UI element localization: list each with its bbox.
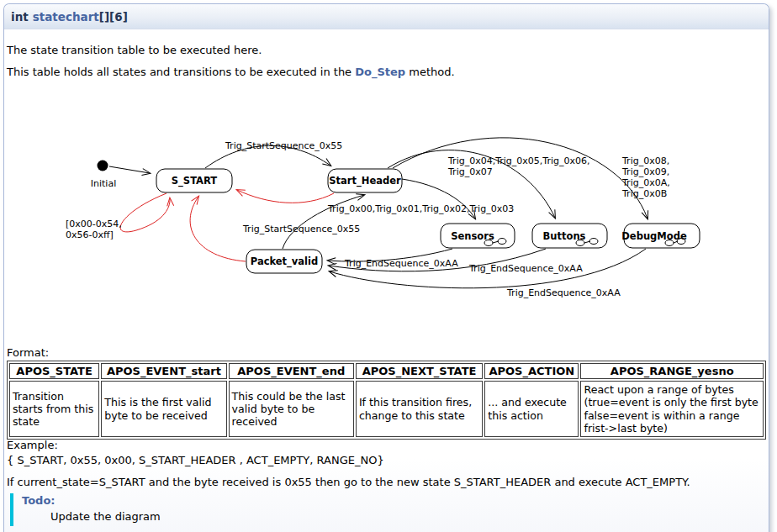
todo-title[interactable]: Todo: xyxy=(22,494,599,507)
state-debugmode: DebugMode xyxy=(621,224,700,248)
edge-label-end-sensors: Trig_EndSequence_0xAA xyxy=(344,258,458,269)
table-header-cell: APOS_EVENT_start xyxy=(101,363,226,379)
state-start-header-label: Start_Header xyxy=(329,175,401,187)
table-header-cell: APOS_NEXT_STATE xyxy=(356,363,483,379)
state-s-start: S_START xyxy=(156,169,232,192)
description-line-2: This table holds all states and transiti… xyxy=(7,66,455,78)
example-explanation: If current_state=S_START and the byte re… xyxy=(7,476,690,488)
edge-start-header-to-s-start xyxy=(237,190,334,203)
edge-label-end-debug: Trig_EndSequence_0xAA xyxy=(506,287,621,298)
todo-block: Todo: Update the diagram xyxy=(10,493,599,526)
edge-label-to-debug-line1: Trig_0x08, xyxy=(621,155,669,166)
edge-s-start-self-loop xyxy=(120,193,170,232)
state-start-header: Start_Header xyxy=(328,169,402,192)
table-cell: Transition starts from this state xyxy=(9,381,99,437)
initial-state-label: Initial xyxy=(91,178,116,189)
table-cell: This is the first valid byte to be recei… xyxy=(101,381,226,437)
do-step-link[interactable]: Do_Step xyxy=(355,66,405,78)
table-cell: ... and execute this action xyxy=(484,381,579,437)
edge-label-self-loop-line1: [0x00-0x54, xyxy=(66,219,122,229)
todo-text: Update the diagram xyxy=(50,510,599,523)
edge-label-to-buttons-line2: Trig_0x07 xyxy=(447,166,493,177)
edge-label-to-debug-line3: Trig_0x0A, xyxy=(621,177,670,188)
format-table: APOS_STATE APOS_EVENT_start APOS_EVENT_e… xyxy=(7,361,766,440)
state-s-start-label: S_START xyxy=(172,175,218,187)
edge-label-to-debug-line2: Trig_0x09, xyxy=(621,166,669,177)
table-cell: This could be the last valid byte to be … xyxy=(229,381,354,437)
table-header-cell: APOS_RANGE_yesno xyxy=(580,363,764,379)
table-header-cell: APOS_EVENT_end xyxy=(229,363,354,379)
initial-state-icon xyxy=(98,161,108,171)
edge-label-start-sequence-top: Trig_StartSequence_0x55 xyxy=(225,140,342,151)
edge-label-packet-to-header: Trig_StartSequence_0x55 xyxy=(242,224,360,234)
edge-label-to-buttons-line1: Trig_0x04,Trig_0x05,Trig_0x06, xyxy=(447,155,590,166)
description-line-1: The state transition table to be execute… xyxy=(7,44,262,56)
table-cell: React upon a range of bytes (true=event … xyxy=(580,381,764,437)
state-buttons: Buttons xyxy=(532,224,607,248)
table-header-cell: APOS_STATE xyxy=(9,363,99,379)
format-label: Format: xyxy=(7,346,49,359)
description-line-2-prefix: This table holds all states and transiti… xyxy=(7,66,355,78)
statechart-diagram: Initial S_START Start_Header Packet_vali… xyxy=(0,118,777,338)
example-code: { S_START, 0x55, 0x00, S_START_HEADER , … xyxy=(7,454,384,466)
edge-label-self-loop-line2: 0x56-0xff] xyxy=(66,229,114,240)
table-cell: If this transition fires, change to this… xyxy=(356,381,483,437)
format-table-body-row: Transition starts from this state This i… xyxy=(9,381,764,437)
format-table-header-row: APOS_STATE APOS_EVENT_start APOS_EVENT_e… xyxy=(9,363,764,379)
state-packet-valid: Packet_valid xyxy=(246,250,322,273)
edge-label-end-buttons: Trig_EndSequence_0xAA xyxy=(468,263,583,274)
edge-label-to-sensors: Trig_0x00,Trig_0x01,Trig_0x02,Trig_0x03 xyxy=(327,203,514,214)
example-label: Example: xyxy=(7,439,58,451)
edge-label-to-debug-line4: Trig_0x0B xyxy=(621,188,667,199)
description-line-2-suffix: method. xyxy=(405,66,454,78)
edge-initial-to-s-start xyxy=(109,166,150,173)
table-header-cell: APOS_ACTION xyxy=(484,363,579,379)
edge-packet-valid-to-s-start xyxy=(190,197,246,261)
state-packet-valid-label: Packet_valid xyxy=(251,255,318,268)
state-sensors: Sensors xyxy=(441,224,515,248)
